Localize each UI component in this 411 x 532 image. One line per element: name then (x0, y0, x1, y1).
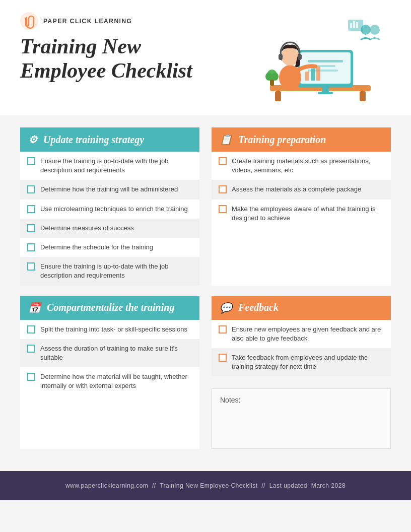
list-item: Determine the schedule for the training (20, 238, 199, 257)
svg-rect-13 (316, 66, 320, 81)
section-update-training-title: Update training strategy (43, 134, 144, 146)
footer-sep2: // (261, 482, 265, 489)
right-column: 💬 Feedback Ensure new employees are give… (212, 296, 391, 449)
main-content: ⚙ Update training strategy Ensure the tr… (0, 115, 411, 459)
section-feedback-title: Feedback (238, 302, 279, 313)
section-training-prep-title: Training preparation (238, 134, 326, 146)
list-item: Assess the materials as a complete packa… (212, 180, 391, 199)
svg-rect-25 (350, 23, 352, 28)
svg-rect-12 (311, 69, 315, 81)
list-item: Create training materials such as presen… (212, 152, 391, 180)
svg-rect-3 (360, 91, 366, 101)
checkbox[interactable] (219, 185, 227, 193)
footer-sep1: // (152, 482, 156, 489)
list-item: Determine how the training will be admin… (20, 180, 199, 199)
brand-name: PAPER CLICK LEARNING (43, 18, 132, 25)
svg-rect-7 (318, 92, 333, 94)
checkbox[interactable] (27, 185, 35, 193)
checkbox[interactable] (27, 262, 35, 271)
list-item: Ensure the training is up-to-date with t… (20, 257, 199, 285)
checkbox[interactable] (27, 205, 35, 213)
header-illustration (250, 12, 391, 105)
checkbox[interactable] (27, 224, 35, 232)
section-training-prep-header: 📋 Training preparation (212, 127, 391, 152)
update-training-list: Ensure the training is up-to-date with t… (20, 152, 199, 286)
checkbox[interactable] (27, 345, 35, 353)
main-title: Training New Employee Checklist (20, 34, 192, 83)
logo-area: PAPER CLICK LEARNING Training New Employ… (20, 12, 192, 83)
list-item: Use microlearning techniques to enrich t… (20, 200, 199, 219)
settings-icon: ⚙ (28, 134, 37, 146)
section-compartmentalize-title: Compartmentalize the training (47, 302, 174, 313)
item-text: Determine measures of success (40, 224, 134, 233)
footer-document: Training New Employee Checklist (160, 482, 257, 489)
checkbox[interactable] (27, 373, 35, 381)
checkbox[interactable] (219, 205, 227, 213)
item-text: Ensure the training is up-to-date with t… (40, 262, 192, 280)
checkbox[interactable] (219, 157, 227, 165)
svg-rect-11 (305, 72, 309, 81)
svg-point-20 (265, 73, 272, 81)
item-text: Determine the schedule for the training (40, 243, 153, 252)
list-item: Split the training into task- or skill-s… (20, 320, 199, 339)
item-text: Take feedback from employees and update … (232, 353, 384, 371)
footer-website: www.paperclicklearning.com (65, 482, 148, 489)
list-item: Make the employees aware of what the tra… (212, 200, 391, 228)
logo-row: PAPER CLICK LEARNING (20, 12, 192, 30)
checkbox[interactable] (27, 157, 35, 165)
item-text: Make the employees aware of what the tra… (232, 205, 384, 223)
list-item: Take feedback from employees and update … (212, 348, 391, 376)
item-text: Ensure the training is up-to-date with t… (40, 157, 192, 175)
checkbox[interactable] (219, 354, 227, 362)
checkbox[interactable] (27, 243, 35, 251)
section-compartmentalize-header: 📅 Compartmentalize the training (20, 296, 199, 320)
item-text: Split the training into task- or skill-s… (40, 325, 187, 334)
list-item: Determine measures of success (20, 219, 199, 238)
compartmentalize-list: Split the training into task- or skill-s… (20, 320, 199, 396)
notes-box: Notes: (212, 388, 391, 449)
page-footer: www.paperclicklearning.com // Training N… (0, 471, 411, 500)
list-item: Ensure new employees are given feedback … (212, 320, 391, 348)
svg-rect-8 (308, 60, 343, 62)
svg-rect-26 (353, 21, 355, 28)
checkbox[interactable] (27, 325, 35, 334)
svg-rect-17 (298, 54, 302, 60)
item-text: Assess the materials as a complete packa… (232, 185, 361, 194)
item-text: Determine how the material will be taugh… (40, 372, 192, 390)
section-update-training: ⚙ Update training strategy Ensure the tr… (20, 127, 199, 286)
section-compartmentalize: 📅 Compartmentalize the training Split th… (20, 296, 199, 449)
item-text: Ensure new employees are given feedback … (232, 325, 384, 343)
svg-point-23 (370, 25, 380, 35)
item-text: Create training materials such as presen… (232, 157, 384, 175)
section-feedback-header: 💬 Feedback (212, 296, 391, 320)
training-prep-list: Create training materials such as presen… (212, 152, 391, 228)
svg-rect-27 (356, 22, 358, 28)
svg-point-21 (271, 73, 279, 81)
feedback-list: Ensure new employees are given feedback … (212, 320, 391, 377)
clipboard-icon: 📋 (220, 134, 232, 146)
item-text: Assess the duration of training to make … (40, 344, 192, 362)
calendar-icon: 📅 (28, 302, 41, 314)
section-feedback: 💬 Feedback Ensure new employees are give… (212, 296, 391, 377)
page-header: PAPER CLICK LEARNING Training New Employ… (0, 0, 411, 115)
svg-rect-2 (275, 91, 281, 101)
notes-label: Notes: (220, 396, 240, 404)
section-training-prep: 📋 Training preparation Create training m… (212, 127, 391, 286)
chat-icon: 💬 (220, 302, 232, 314)
list-item: Determine how the material will be taugh… (20, 367, 199, 395)
logo-icon (20, 12, 38, 30)
item-text: Use microlearning techniques to enrich t… (40, 205, 188, 214)
footer-updated: Last updated: March 2028 (269, 482, 346, 489)
checkbox[interactable] (219, 325, 227, 334)
list-item: Assess the duration of training to make … (20, 339, 199, 367)
item-text: Determine how the training will be admin… (40, 185, 178, 194)
section-update-training-header: ⚙ Update training strategy (20, 127, 199, 152)
list-item: Ensure the training is up-to-date with t… (20, 152, 199, 180)
